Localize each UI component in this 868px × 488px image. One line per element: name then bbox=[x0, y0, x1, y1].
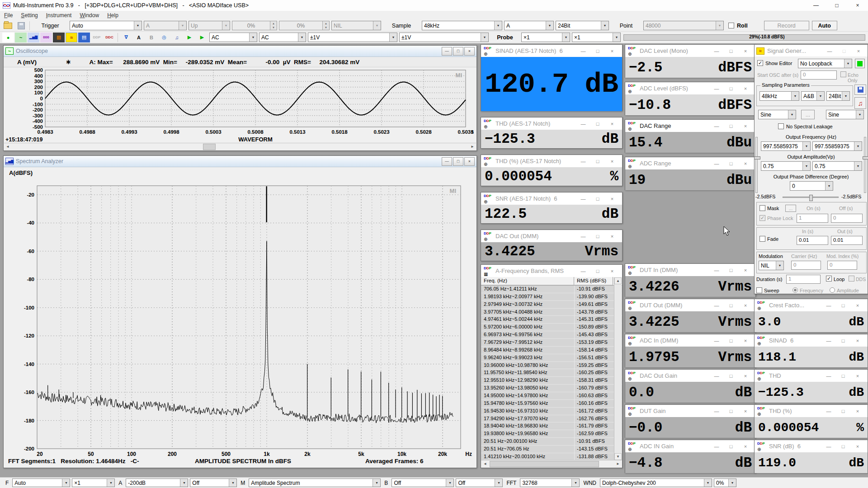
sound-device-icon[interactable]: ♫ bbox=[171, 33, 183, 42]
minimize-button[interactable]: — bbox=[709, 86, 724, 91]
waveform-b-combo[interactable]: Sine▼ bbox=[826, 110, 864, 119]
oscilloscope-icon[interactable]: ~ bbox=[15, 33, 27, 42]
amp-a-combo[interactable]: 0.75▼ bbox=[761, 161, 811, 171]
status-combo-off[interactable]: Off▼ bbox=[392, 479, 454, 487]
table-row[interactable]: 20.51 Hz~706.05 Hz-143.15 dBFS bbox=[481, 446, 622, 453]
maximize-button[interactable]: □ bbox=[724, 338, 738, 343]
coupling-b-combo[interactable]: AC▼ bbox=[259, 33, 306, 42]
minimize-button[interactable]: — bbox=[709, 48, 724, 54]
menu-help[interactable]: Help bbox=[103, 11, 123, 19]
status-combo-32768[interactable]: 32768▼ bbox=[520, 479, 580, 487]
maximize-button[interactable]: □ bbox=[724, 408, 738, 414]
multimeter-icon[interactable]: 000 bbox=[40, 33, 52, 42]
status-combo--200db[interactable]: -200dB▼ bbox=[126, 479, 188, 487]
close-button[interactable]: × bbox=[738, 123, 753, 129]
minimize-button[interactable]: — bbox=[576, 196, 590, 202]
maximize-button[interactable]: □ bbox=[453, 157, 463, 166]
close-button[interactable]: × bbox=[850, 338, 865, 343]
spectrum-analyzer-icon[interactable]: ▂▅▇ bbox=[28, 33, 39, 42]
start-osc-input[interactable]: 0 bbox=[801, 70, 837, 80]
table-hscrollbar[interactable]: ◄ ► bbox=[481, 460, 622, 467]
maximize-button[interactable]: □ bbox=[590, 196, 605, 202]
sweep-checkbox[interactable] bbox=[756, 287, 762, 293]
menu-window[interactable]: Window bbox=[75, 11, 103, 19]
amplitude-slider-b[interactable] bbox=[864, 137, 866, 193]
table-row[interactable]: 9.96240 kHz~9.99023 kHz-156.51 dBFS bbox=[481, 354, 622, 362]
table-row[interactable]: 1.98193 kHz~2.00977 kHz-139.90 dBFS bbox=[481, 293, 622, 301]
minimize-button[interactable]: — bbox=[709, 373, 724, 379]
phase-combo[interactable]: 0▼ bbox=[790, 181, 833, 191]
dds-checkbox[interactable] bbox=[849, 276, 854, 282]
table-header[interactable]: Freq. (Hz) RMS (dBFS) bbox=[481, 277, 622, 286]
minimize-button[interactable]: — bbox=[709, 123, 724, 129]
trigger-mode-combo[interactable]: Auto▼ bbox=[70, 21, 142, 30]
table-row[interactable]: 4.97461 kHz~5.00244 kHz-145.31 dBFS bbox=[481, 316, 622, 324]
sweep-amplitude-radio[interactable] bbox=[830, 287, 835, 293]
trigger-level-spinner[interactable]: 0%▲▼ bbox=[232, 21, 277, 30]
sweep-frequency-radio[interactable] bbox=[793, 287, 798, 293]
range-a-combo[interactable]: ±1V▼ bbox=[308, 33, 397, 42]
maximize-button[interactable]: □ bbox=[590, 159, 605, 164]
maximize-button[interactable]: □ bbox=[836, 373, 850, 379]
duration-input[interactable]: 1 bbox=[786, 275, 821, 284]
fade-out-input[interactable]: 0.01 bbox=[831, 236, 863, 245]
probe-b-combo[interactable]: ×1▼ bbox=[572, 33, 621, 42]
signal-generator-titlebar[interactable]: ≈ Signal Gener... —□× bbox=[755, 45, 868, 57]
fade-in-input[interactable]: 0.01 bbox=[797, 236, 828, 245]
minimize-button[interactable]: — bbox=[576, 121, 590, 127]
maximize-button[interactable]: □ bbox=[724, 161, 738, 166]
loopback-combo[interactable]: No Loopback▼ bbox=[798, 59, 852, 68]
minimize-button[interactable]: — bbox=[576, 159, 590, 164]
close-button[interactable]: × bbox=[850, 408, 865, 414]
fade-checkbox[interactable] bbox=[760, 236, 765, 242]
freq-a-combo[interactable]: 997.55859375▼ bbox=[761, 141, 811, 151]
show-editor-checkbox[interactable] bbox=[757, 60, 763, 66]
sample-rate-combo[interactable]: 48kHz▼ bbox=[422, 21, 502, 30]
close-button[interactable]: × bbox=[605, 234, 619, 239]
maximize-button[interactable]: □ bbox=[590, 268, 605, 274]
gen-rate-combo[interactable]: 48kHz▼ bbox=[760, 91, 799, 101]
waveform-options-button[interactable]: ... bbox=[801, 110, 815, 119]
minimize-button[interactable]: — bbox=[709, 303, 724, 308]
table-row[interactable]: 13.95260 kHz~13.98050 kHz-160.79 dBFS bbox=[481, 385, 622, 392]
status-combo-off[interactable]: Off▼ bbox=[456, 479, 503, 487]
close-button[interactable]: × bbox=[464, 47, 475, 56]
close-icon[interactable]: × bbox=[847, 0, 868, 11]
table-row[interactable]: 706.05 Hz~1.41211 kHz-10.91 dBFS bbox=[481, 286, 622, 293]
minimize-button[interactable]: — bbox=[576, 234, 590, 239]
close-button[interactable]: × bbox=[738, 338, 753, 343]
run-generator-button[interactable] bbox=[855, 59, 865, 68]
trigger-delay-spinner[interactable]: 0%▲▼ bbox=[279, 21, 330, 30]
table-row[interactable]: 2.97949 kHz~3.00732 kHz-149.61 dBFS bbox=[481, 301, 622, 309]
table-row[interactable]: 3.97705 kHz~4.00488 kHz-143.78 dBFS bbox=[481, 309, 622, 316]
close-button[interactable]: × bbox=[464, 157, 475, 166]
close-button[interactable]: × bbox=[738, 161, 753, 166]
maximize-button[interactable]: □ bbox=[836, 303, 850, 308]
mask-options-button[interactable]: ... bbox=[785, 205, 796, 212]
minimize-button[interactable]: — bbox=[821, 338, 836, 343]
mask-off-input[interactable]: 0 bbox=[831, 214, 863, 223]
maximize-icon[interactable]: □ bbox=[826, 0, 847, 11]
close-button[interactable]: × bbox=[738, 444, 753, 449]
phase-lock-checkbox[interactable] bbox=[760, 215, 765, 221]
trigger-filter-combo[interactable]: NIL▼ bbox=[331, 21, 381, 30]
table-row[interactable]: 14.95000 kHz~14.97800 kHz-160.63 dBFS bbox=[481, 392, 622, 400]
freq-b-combo[interactable]: 997.55859375▼ bbox=[812, 141, 862, 151]
maximize-button[interactable]: □ bbox=[724, 444, 738, 449]
echo-only-checkbox[interactable] bbox=[840, 71, 846, 77]
open-file-icon[interactable] bbox=[4, 23, 12, 29]
mask-checkbox[interactable] bbox=[760, 205, 765, 211]
close-button[interactable]: × bbox=[738, 408, 753, 414]
maximize-button[interactable]: □ bbox=[590, 234, 605, 239]
amplitude-slider-a[interactable] bbox=[755, 137, 758, 193]
music-file-button[interactable]: ♫ bbox=[854, 97, 866, 109]
gen-channels-combo[interactable]: A&B▼ bbox=[801, 91, 825, 101]
save-icon[interactable] bbox=[18, 22, 25, 29]
maximize-button[interactable]: □ bbox=[836, 338, 850, 343]
table-row[interactable]: 20.51 Hz~20.00100 kHz-10.91 dBFS bbox=[481, 438, 622, 446]
table-row[interactable]: 12.95510 kHz~12.98290 kHz-158.31 dBFS bbox=[481, 377, 622, 385]
carrier-input[interactable]: 0 bbox=[791, 261, 821, 270]
minimize-button[interactable]: — bbox=[576, 48, 590, 54]
maximize-button[interactable]: □ bbox=[837, 48, 851, 54]
close-button[interactable]: × bbox=[738, 373, 753, 379]
